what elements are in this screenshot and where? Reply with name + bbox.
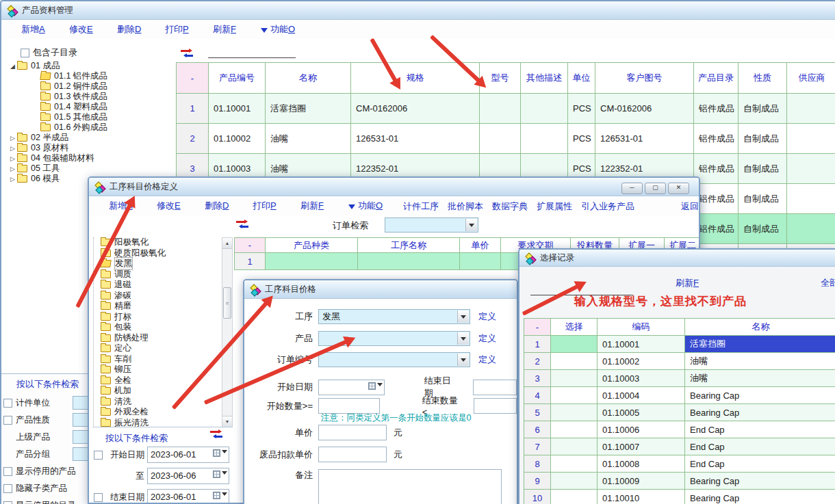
toolbar-button[interactable]: 修改E xyxy=(69,23,101,36)
tree-expander-icon[interactable]: ▷ xyxy=(8,155,17,162)
toolbar-button[interactable]: 批价脚本 xyxy=(448,200,483,213)
tree-expander-icon[interactable]: ▷ xyxy=(8,135,17,142)
tree-item[interactable]: ◢ 01 成品 xyxy=(8,61,169,71)
scrap-price-input[interactable] xyxy=(318,447,387,462)
process-tree-item[interactable]: 铆压 xyxy=(95,364,224,375)
scrollbar-thumb[interactable] xyxy=(223,287,231,319)
filter-checkbox[interactable] xyxy=(3,467,12,476)
titlebar-price-form[interactable]: 工序科目价格 xyxy=(244,280,517,299)
define-process-link[interactable]: 定义 xyxy=(478,310,496,323)
process-tree-scrollbar[interactable]: ▲ ▼ xyxy=(222,237,233,427)
date-checkbox[interactable] xyxy=(94,493,103,502)
date-input[interactable]: 2023-06-01 xyxy=(147,489,229,504)
toolbar-button[interactable]: 刷新F xyxy=(300,200,332,212)
record-row[interactable]: 9 01.10009 Bearing Cap xyxy=(524,473,835,490)
date-checkbox[interactable] xyxy=(94,451,103,460)
toolbar-button[interactable]: 功能O xyxy=(261,23,292,36)
titlebar-product-management[interactable]: 产品资料管理 xyxy=(1,1,835,20)
define-product-link[interactable]: 定义 xyxy=(478,332,496,345)
tree-item[interactable]: ▷ 02 半成品 xyxy=(8,133,169,143)
restore-button[interactable]: ▢ xyxy=(645,183,666,194)
toolbar-button[interactable]: 打印P xyxy=(253,200,284,212)
toolbar-button[interactable]: 删除D xyxy=(117,23,149,36)
tree-item[interactable]: ▷ 03 原材料 xyxy=(8,143,169,153)
record-row[interactable]: 8 01.10008 End Cap xyxy=(524,455,835,473)
tree-item[interactable]: 01.5 其他成品 xyxy=(8,112,169,122)
close-button[interactable]: ✕ xyxy=(668,183,689,194)
titlebar-price-definition[interactable]: 工序科目价格定义 ─ ▢ ✕ xyxy=(89,178,699,196)
scroll-down-icon[interactable]: ▼ xyxy=(222,416,232,427)
unit-price-input[interactable] xyxy=(318,425,387,440)
minimize-button[interactable]: ─ xyxy=(621,183,643,194)
record-row[interactable]: 3 01.10003 油嘴 xyxy=(524,370,835,387)
scroll-up-icon[interactable]: ▲ xyxy=(222,238,232,249)
toolbar-button[interactable]: 计件工序 xyxy=(403,200,439,213)
tree-expander-icon[interactable]: ◢ xyxy=(8,63,17,70)
tree-expander-icon[interactable]: ▷ xyxy=(8,176,17,183)
process-tree-item[interactable]: 精磨 xyxy=(95,301,224,312)
swap-filter-icon[interactable] xyxy=(210,430,222,439)
select-cell[interactable] xyxy=(551,473,598,490)
toolbar-button[interactable]: 数据字典 xyxy=(492,200,528,213)
process-tree-item[interactable]: 机加 xyxy=(95,386,224,397)
process-tree-item[interactable]: 渗碳 xyxy=(95,291,224,302)
select-cell[interactable] xyxy=(551,490,598,504)
tree-item[interactable]: 01.2 铜件成品 xyxy=(8,81,169,92)
select-cell[interactable] xyxy=(551,404,598,421)
process-tree-item[interactable]: 防锈处理 xyxy=(95,333,224,344)
select-cell[interactable] xyxy=(551,370,598,387)
toolbar-button[interactable]: 新增A xyxy=(21,23,53,36)
end-date-input[interactable] xyxy=(473,380,517,395)
remark-textarea[interactable] xyxy=(318,469,502,504)
toolbar-button[interactable]: 打印P xyxy=(165,23,196,36)
process-tree-item[interactable]: 定心 xyxy=(95,343,224,354)
tree-item[interactable]: 01.6 外购成品 xyxy=(8,122,169,133)
select-cell[interactable] xyxy=(551,387,598,404)
swap-filter-icon[interactable] xyxy=(181,49,193,58)
product-row[interactable]: 1 01.10001 活塞挡圈 CM-0162006 PCS CM-016200… xyxy=(177,94,835,124)
order-search-combobox[interactable] xyxy=(385,217,478,233)
titlebar-select-record[interactable]: 选择记录 xyxy=(519,250,835,267)
define-order-link[interactable]: 定义 xyxy=(478,354,496,366)
toolbar-button[interactable]: 返回R xyxy=(681,200,700,213)
refresh-button[interactable]: 刷新F xyxy=(676,277,699,289)
date-input[interactable]: 2023-06-06 xyxy=(147,468,229,484)
date-input[interactable]: 2023-06-01 xyxy=(147,447,229,463)
select-cell[interactable] xyxy=(551,438,598,455)
filter-checkbox[interactable] xyxy=(3,416,12,425)
swap-filter-icon[interactable] xyxy=(236,220,248,229)
search-panel-title[interactable]: 按以下条件检索 xyxy=(105,432,168,445)
record-row[interactable]: 7 01.10007 End Cap xyxy=(524,438,835,455)
tree-item[interactable]: 01.1 铝件成品 xyxy=(8,71,169,81)
record-row[interactable]: 1 01.10001 活塞挡圈 xyxy=(524,336,835,353)
search-panel-title[interactable]: 按以下条件检索 xyxy=(1,378,94,390)
filter-checkbox[interactable] xyxy=(3,501,12,504)
quick-search-input[interactable] xyxy=(208,45,296,58)
order-combobox[interactable] xyxy=(318,352,470,367)
start-date-input[interactable] xyxy=(318,380,385,395)
toolbar-button[interactable]: 功能O xyxy=(348,200,380,212)
tree-item[interactable]: 01.4 塑料成品 xyxy=(8,102,169,112)
show-all-button[interactable]: 全部 xyxy=(821,277,835,289)
product-row[interactable]: 2 01.10002 油嘴 126531-01 PCS 126531-01 铝件… xyxy=(177,124,835,154)
start-qty-input[interactable] xyxy=(318,398,380,414)
select-cell[interactable] xyxy=(551,421,598,438)
process-tree-item[interactable]: 外观全检 xyxy=(95,407,224,418)
record-row[interactable]: 5 01.10005 Bearing Cap xyxy=(524,404,835,421)
record-row[interactable]: 2 01.10002 油嘴 xyxy=(524,353,835,370)
process-tree-item[interactable]: 振光清洗 xyxy=(95,418,224,428)
select-cell[interactable] xyxy=(551,455,598,473)
toolbar-button[interactable]: 删除D xyxy=(205,200,236,212)
toolbar-button[interactable]: 修改E xyxy=(157,200,188,212)
product-combobox[interactable] xyxy=(318,331,470,346)
tree-expander-icon[interactable]: ▷ xyxy=(8,165,17,172)
select-table-header[interactable]: - 选择 编码 名称 xyxy=(524,319,835,336)
process-tree-item[interactable]: 清洗 xyxy=(95,397,224,408)
toolbar-button[interactable]: 刷新F xyxy=(213,23,244,36)
process-tree-item[interactable]: 退磁 xyxy=(95,280,224,291)
tree-item[interactable]: ▷ 04 包装辅助材料 xyxy=(8,153,169,163)
filter-checkbox[interactable] xyxy=(3,399,12,408)
toolbar-button[interactable]: 扩展属性 xyxy=(537,200,572,213)
tree-item[interactable]: ▷ 05 工具 xyxy=(8,163,169,174)
end-qty-input[interactable] xyxy=(474,398,517,414)
